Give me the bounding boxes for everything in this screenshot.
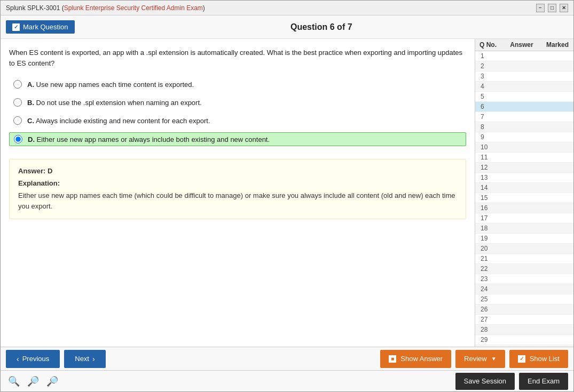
sidebar-row-num: 22	[475, 265, 502, 273]
zoom-controls: 🔍 🔎 🔎	[6, 374, 60, 388]
mark-question-button[interactable]: ✓ Mark Question	[6, 20, 75, 34]
sidebar-row-num: 12	[475, 164, 502, 171]
sidebar-row[interactable]: 17	[475, 213, 573, 223]
sidebar-row[interactable]: 18	[475, 223, 573, 234]
sidebar-header-answer: Answer	[502, 41, 541, 49]
close-button[interactable]: ✕	[560, 4, 568, 12]
title-bar-controls: − □ ✕	[536, 4, 568, 12]
zoom-in-button[interactable]: 🔍	[6, 374, 22, 388]
radio-d[interactable]	[14, 135, 22, 143]
sidebar-row[interactable]: 15	[475, 193, 573, 203]
checkbox-icon: ✓	[12, 23, 20, 31]
sidebar-row-num: 9	[475, 133, 502, 141]
sidebar-row-num: 18	[475, 225, 502, 232]
mark-question-label: Mark Question	[23, 23, 68, 31]
sidebar-row-num: 23	[475, 275, 502, 283]
options-list: A. Use new app names each time content i…	[9, 78, 466, 146]
minimize-button[interactable]: −	[536, 4, 545, 12]
show-answer-button[interactable]: ■ Show Answer	[380, 350, 451, 368]
zoom-reset-button[interactable]: 🔎	[25, 374, 41, 388]
radio-b[interactable]	[13, 98, 22, 107]
sidebar-row[interactable]: 22	[475, 264, 573, 274]
explanation-label: Explanation:	[18, 179, 457, 187]
sidebar-row-num: 27	[475, 316, 502, 323]
main-window: Splunk SPLK-3001 (Splunk Enterprise Secu…	[0, 0, 574, 392]
sidebar-row-num: 21	[475, 255, 502, 262]
previous-label: Previous	[22, 355, 50, 363]
next-button[interactable]: Next ›	[64, 350, 105, 368]
sidebar-row[interactable]: 19	[475, 234, 573, 244]
sidebar-row[interactable]: 27	[475, 315, 573, 325]
answer-label: Answer: D	[18, 167, 457, 175]
sidebar-row[interactable]: 11	[475, 153, 573, 163]
sidebar-row[interactable]: 10	[475, 142, 573, 153]
sidebar-row-num: 4	[475, 83, 502, 90]
option-c[interactable]: C. Always include existing and new conte…	[9, 114, 466, 127]
save-session-button[interactable]: Save Session	[455, 373, 515, 390]
sidebar-row[interactable]: 13	[475, 173, 573, 183]
sidebar-row[interactable]: 28	[475, 325, 573, 335]
sidebar-row-num: 16	[475, 204, 502, 212]
sidebar-row[interactable]: 26	[475, 305, 573, 315]
sidebar-row[interactable]: 20	[475, 244, 573, 254]
sidebar-row[interactable]: 24	[475, 284, 573, 294]
sidebar-row-num: 8	[475, 123, 502, 131]
sidebar-row[interactable]: 29	[475, 335, 573, 345]
sidebar-row[interactable]: 23	[475, 274, 573, 284]
review-label: Review	[464, 355, 487, 363]
sidebar-row[interactable]: 3	[475, 71, 573, 82]
sidebar-list[interactable]: 1 2 3 4 5 6 7 8	[475, 51, 573, 347]
sidebar-row-num: 13	[475, 174, 502, 181]
option-d-text: D. Either use new app names or always in…	[28, 135, 270, 143]
option-d[interactable]: D. Either use new app names or always in…	[9, 132, 466, 146]
sidebar-row-num: 7	[475, 113, 502, 121]
radio-a[interactable]	[13, 80, 22, 89]
right-buttons: Save Session End Exam	[455, 373, 568, 390]
sidebar-row[interactable]: 2	[475, 61, 573, 71]
sidebar-row[interactable]: 21	[475, 254, 573, 264]
sidebar-row-num: 28	[475, 326, 502, 333]
question-text: When ES content is exported, an app with…	[9, 47, 466, 68]
question-area: When ES content is exported, an app with…	[1, 39, 475, 347]
show-answer-check-icon: ■	[389, 355, 396, 363]
show-list-label: Show List	[530, 355, 560, 363]
sidebar-row[interactable]: 4	[475, 82, 573, 92]
sidebar-row-num: 29	[475, 336, 502, 343]
sidebar-row-num: 25	[475, 295, 502, 303]
title-bar: Splunk SPLK-3001 (Splunk Enterprise Secu…	[1, 1, 573, 15]
option-a[interactable]: A. Use new app names each time content i…	[9, 78, 466, 91]
maximize-button[interactable]: □	[548, 4, 556, 12]
sidebar-row[interactable]: 12	[475, 163, 573, 173]
sidebar-row-num: 3	[475, 73, 502, 80]
zoom-out-button[interactable]: 🔎	[44, 374, 60, 388]
sidebar-row[interactable]: 16	[475, 203, 573, 213]
show-list-check-icon: ✓	[518, 355, 525, 363]
sidebar-row-num: 17	[475, 214, 502, 222]
sidebar-row-num: 19	[475, 235, 502, 242]
sidebar-row[interactable]: 5	[475, 92, 573, 102]
show-list-button[interactable]: ✓ Show List	[509, 350, 568, 368]
option-c-text: C. Always include existing and new conte…	[27, 117, 210, 125]
answer-box: Answer: D Explanation: Either use new ap…	[9, 159, 466, 219]
sidebar-row-num: 20	[475, 245, 502, 252]
sidebar-header-marked: Marked	[541, 41, 573, 49]
previous-button[interactable]: ‹ Previous	[6, 350, 60, 368]
sidebar-row[interactable]: 7	[475, 112, 573, 122]
sidebar-row-num: 5	[475, 93, 502, 100]
sidebar-row[interactable]: 1	[475, 51, 573, 61]
bottom-bar: ‹ Previous Next › ■ Show Answer Review ▼…	[1, 347, 573, 370]
review-button[interactable]: Review ▼	[455, 350, 505, 368]
end-exam-button[interactable]: End Exam	[519, 373, 568, 390]
option-b[interactable]: B. Do not use the .spl extension when na…	[9, 96, 466, 109]
question-title: Question 6 of 7	[75, 22, 568, 32]
sidebar-row-num: 1	[475, 52, 502, 60]
radio-c[interactable]	[13, 116, 22, 125]
sidebar-row[interactable]: 9	[475, 132, 573, 142]
toolbar: ✓ Mark Question Question 6 of 7	[1, 15, 573, 39]
sidebar-row[interactable]: 25	[475, 294, 573, 305]
sidebar-row[interactable]: 14	[475, 183, 573, 193]
sidebar-row[interactable]: 8	[475, 122, 573, 132]
next-arrow-icon: ›	[92, 355, 95, 363]
sidebar-row[interactable]: 6	[475, 102, 573, 112]
option-b-text: B. Do not use the .spl extension when na…	[27, 99, 202, 107]
